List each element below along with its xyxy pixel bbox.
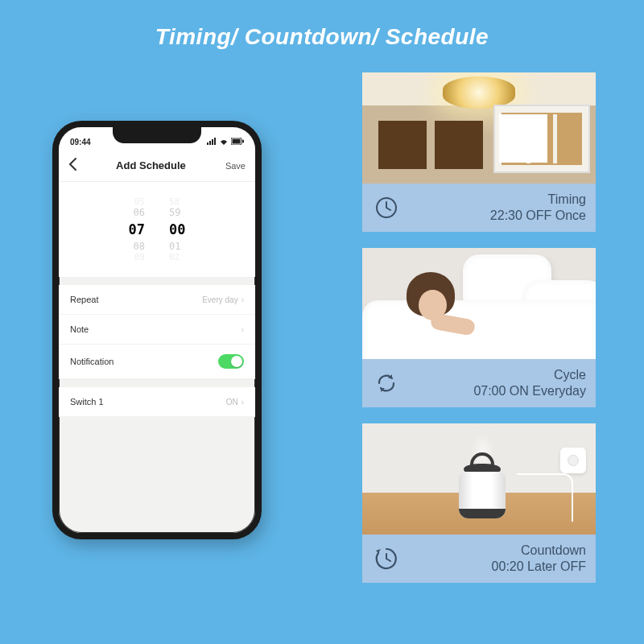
phone-notch bbox=[113, 127, 201, 143]
notification-row: Notification bbox=[59, 345, 255, 379]
card-title: Countdown bbox=[409, 543, 586, 559]
battery-icon bbox=[231, 138, 244, 147]
phone-mockup: 09:44 Add Schedule Save 0558 0659 0700 0… bbox=[52, 121, 262, 539]
card-subtitle: 07:00 ON Everyday bbox=[409, 383, 586, 399]
notification-toggle[interactable] bbox=[218, 354, 244, 369]
timing-image bbox=[362, 72, 596, 184]
notification-label: Notification bbox=[70, 357, 114, 366]
card-cycle: Cycle 07:00 ON Everyday bbox=[362, 248, 596, 407]
picker-min-selected: 00 bbox=[169, 221, 185, 237]
nav-bar: Add Schedule Save bbox=[59, 151, 255, 182]
chevron-right-icon: › bbox=[242, 295, 244, 304]
cycle-icon bbox=[374, 370, 399, 396]
switch-value: ON bbox=[226, 398, 238, 407]
feature-cards: Timing 22:30 OFF Once Cycle 07:00 ON Eve… bbox=[362, 72, 596, 583]
page-title: Timing/ Countdown/ Schedule bbox=[0, 24, 644, 50]
cycle-image bbox=[362, 248, 596, 359]
card-timing: Timing 22:30 OFF Once bbox=[362, 72, 596, 232]
picker-hour: 09 bbox=[134, 252, 145, 262]
card-countdown: Countdown 00:20 Later OFF bbox=[362, 423, 596, 583]
back-button[interactable] bbox=[68, 158, 76, 173]
card-subtitle: 22:30 OFF Once bbox=[409, 208, 586, 224]
picker-hour: 05 bbox=[134, 196, 145, 207]
chevron-right-icon: › bbox=[242, 325, 244, 334]
picker-hour: 08 bbox=[134, 241, 145, 252]
nav-title: Add Schedule bbox=[116, 159, 186, 171]
picker-min: 58 bbox=[169, 196, 180, 207]
svg-rect-6 bbox=[242, 139, 244, 142]
repeat-value: Every day bbox=[202, 295, 237, 304]
chevron-right-icon: › bbox=[242, 398, 244, 407]
repeat-row[interactable]: Repeat Every day › bbox=[59, 285, 255, 315]
save-button[interactable]: Save bbox=[225, 161, 246, 171]
svg-rect-3 bbox=[214, 138, 216, 145]
status-time: 09:44 bbox=[70, 138, 91, 147]
picker-hour-selected: 07 bbox=[129, 221, 145, 237]
picker-min: 59 bbox=[169, 207, 180, 218]
time-picker[interactable]: 0558 0659 0700 0801 0902 bbox=[59, 182, 255, 277]
svg-rect-5 bbox=[233, 138, 241, 143]
signal-icon bbox=[207, 138, 217, 147]
settings-section: Repeat Every day › Note › Notification bbox=[59, 285, 255, 379]
status-icons bbox=[207, 138, 244, 147]
picker-min: 01 bbox=[169, 241, 180, 252]
picker-min: 02 bbox=[169, 252, 180, 262]
note-label: Note bbox=[70, 324, 89, 334]
switch-section: Switch 1 ON › bbox=[59, 387, 255, 417]
card-title: Timing bbox=[409, 192, 586, 208]
card-title: Cycle bbox=[409, 367, 586, 383]
card-caption: Countdown 00:20 Later OFF bbox=[362, 535, 596, 583]
card-caption: Cycle 07:00 ON Everyday bbox=[362, 359, 596, 407]
wifi-icon bbox=[219, 138, 229, 147]
countdown-icon bbox=[374, 546, 399, 572]
note-row[interactable]: Note › bbox=[59, 315, 255, 345]
card-subtitle: 00:20 Later OFF bbox=[409, 559, 586, 575]
switch-label: Switch 1 bbox=[70, 397, 104, 407]
card-caption: Timing 22:30 OFF Once bbox=[362, 184, 596, 232]
clock-icon bbox=[374, 195, 399, 221]
picker-hour: 06 bbox=[134, 207, 145, 218]
svg-rect-1 bbox=[209, 141, 211, 145]
svg-rect-0 bbox=[207, 142, 208, 145]
svg-rect-2 bbox=[212, 139, 213, 145]
repeat-label: Repeat bbox=[70, 295, 98, 304]
countdown-image bbox=[362, 423, 596, 535]
switch-row[interactable]: Switch 1 ON › bbox=[59, 387, 255, 417]
